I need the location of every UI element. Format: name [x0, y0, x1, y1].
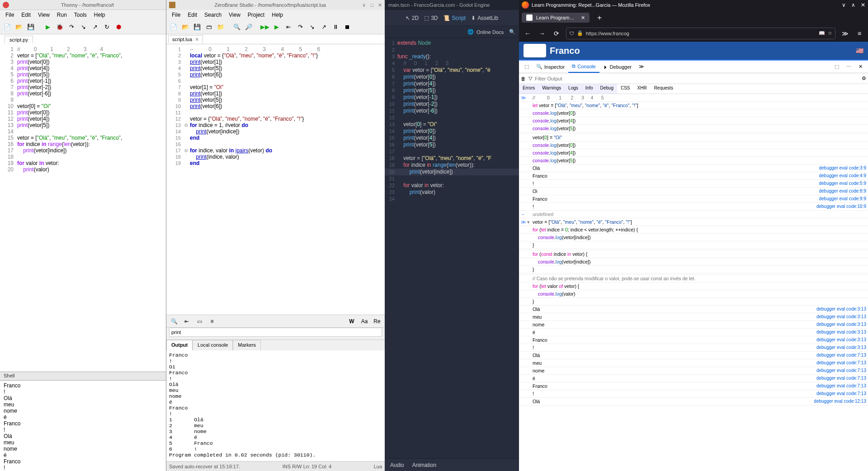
thonny-shell[interactable]: Franco ! Olá meu nome é Franco ! Olá meu… — [0, 381, 166, 471]
find-list-icon[interactable]: ≡ — [207, 316, 217, 326]
ff-page-content[interactable]: Franco 🇺🇸 — [519, 42, 868, 60]
menu-icon[interactable]: ≡ — [854, 30, 864, 37]
zb-editor[interactable]: 1-- 0 1 2 3 4 5 62local vetor = {"Olá", … — [166, 44, 385, 315]
run-icon[interactable]: ▶▶ — [259, 22, 270, 33]
close-tab-icon[interactable]: ✕ — [581, 15, 585, 21]
new-file-icon[interactable]: 📄 — [2, 22, 13, 33]
stop-icon[interactable]: ⬢ — [113, 22, 124, 33]
filter-input[interactable] — [535, 76, 859, 81]
settings-icon[interactable]: ⚙ — [862, 75, 866, 81]
shield-icon[interactable]: 🛡 — [569, 31, 574, 36]
menu-file[interactable]: File — [3, 11, 17, 19]
menu-tools[interactable]: Tools — [71, 11, 90, 19]
find-close-icon[interactable]: 🔍 — [169, 316, 179, 326]
find-prev-icon[interactable]: ⇤ — [182, 316, 192, 326]
menu-project[interactable]: Project — [245, 11, 267, 19]
mode-assetlib[interactable]: ⬇AssetLib — [471, 15, 498, 21]
step-out-icon[interactable]: ↗ — [90, 22, 100, 33]
responsive-icon[interactable]: ⬚ — [831, 61, 843, 72]
godot-editor[interactable]: 1extends Node23func _ready():4 # 0 1 2 3… — [385, 38, 519, 458]
cat-info[interactable]: Info — [582, 84, 597, 94]
bottom-audio[interactable]: Audio — [390, 462, 404, 468]
regex-button[interactable]: Re — [372, 316, 382, 326]
thonny-titlebar[interactable]: Thonny - /home/franco/t — [0, 0, 166, 10]
dt-close-icon[interactable]: ✕ — [855, 61, 866, 72]
tab-inspector[interactable]: 🔍 Inspector — [533, 61, 568, 72]
tab-debugger[interactable]: ⏵ Debugger — [599, 61, 635, 72]
open-file-icon[interactable]: 📂 — [14, 22, 24, 33]
debug-start-icon[interactable]: ⇤ — [283, 22, 294, 33]
godot-titlebar[interactable]: main.tscn - FrancoGarcia.com - Godot Eng… — [385, 0, 519, 10]
cat-xhr[interactable]: XHR — [634, 84, 651, 94]
clear-console-icon[interactable]: 🗑 — [521, 76, 526, 81]
forward-button[interactable]: → — [537, 30, 547, 37]
bottom-animation[interactable]: Animation — [412, 462, 436, 468]
menu-search[interactable]: Search — [202, 11, 224, 19]
project-icon[interactable]: 📁 — [215, 22, 226, 33]
flag-icon[interactable]: 🇺🇸 — [856, 47, 863, 54]
run-single-icon[interactable]: ▶ — [271, 22, 282, 33]
ff-tab[interactable]: Learn Programming: Repetitic ✕ — [522, 13, 590, 23]
find-icon[interactable]: 🔍 — [231, 22, 242, 33]
console-body[interactable]: ≫// 0 1 2 3 4 5let vetor = ["Olá", "meu"… — [519, 94, 868, 471]
dt-menu-icon[interactable]: ⋯ — [843, 61, 855, 72]
output-tab-local-console[interactable]: Local console — [193, 340, 233, 350]
mode-3d[interactable]: ⬚3D — [424, 15, 438, 21]
menu-run[interactable]: Run — [54, 11, 70, 19]
ff-urlbar[interactable]: 🛡 🔒 https://www.francog 📖 ☆ — [566, 28, 835, 39]
cat-debug[interactable]: Debug — [596, 84, 617, 94]
step-into-icon[interactable]: ↘ — [78, 22, 89, 33]
zb-titlebar[interactable]: ZeroBrane Studio - /home/franco/tmp/lua/… — [166, 0, 385, 10]
mode-script[interactable]: 📜Script — [443, 15, 466, 21]
menu-help[interactable]: Help — [269, 11, 286, 19]
find-marker-icon[interactable]: ▭ — [194, 316, 204, 326]
minimize-icon[interactable]: ∨ — [842, 2, 846, 8]
search-help-icon[interactable]: 🔍 — [509, 29, 515, 35]
thonny-editor[interactable]: 1# 0 1 2 3 42vetor = ["Olá", "meu", "nom… — [0, 44, 166, 372]
new-icon[interactable]: 📄 — [168, 22, 179, 33]
save-icon[interactable]: 💾 — [25, 22, 36, 33]
open-icon[interactable]: 📂 — [180, 22, 191, 33]
back-button[interactable]: ← — [523, 30, 533, 37]
menu-file[interactable]: File — [169, 11, 183, 19]
resume-icon[interactable]: ↻ — [101, 22, 112, 33]
close-icon[interactable]: ✕ — [861, 2, 865, 8]
break-icon[interactable]: ⏸ — [330, 22, 341, 33]
overflow-icon[interactable]: ≫ — [840, 30, 850, 37]
menu-edit[interactable]: Edit — [19, 11, 33, 19]
more-tabs-icon[interactable]: ≫ — [635, 61, 648, 72]
maximize-icon[interactable]: □ — [370, 2, 373, 8]
output-tab-markers[interactable]: Markers — [233, 340, 261, 350]
reader-icon[interactable]: 📖 — [819, 30, 825, 36]
ff-titlebar[interactable]: Learn Programming: Repet...Garcia — Mozi… — [519, 0, 868, 10]
debug-icon[interactable]: 🐞 — [54, 22, 65, 33]
menu-view[interactable]: View — [226, 11, 243, 19]
cat-css[interactable]: CSS — [617, 84, 634, 94]
reload-button[interactable]: ⟳ — [552, 30, 561, 37]
zb-output[interactable]: Franco ! Oi Franco ! Olá meu nome é Fran… — [166, 350, 385, 461]
zb-tab-script[interactable]: script.lua ✕ — [168, 35, 203, 43]
menu-view[interactable]: View — [35, 11, 52, 19]
inspect-icon[interactable]: ⬚ — [521, 61, 533, 72]
thonny-shell-header[interactable]: Shell — [0, 372, 166, 381]
cat-warnings[interactable]: Warnings — [538, 84, 565, 94]
run-icon[interactable]: ▶ — [42, 22, 53, 33]
stop-icon[interactable]: ⏹ — [342, 22, 353, 33]
tab-console[interactable]: ⧉ Console — [568, 61, 599, 73]
step-over-icon[interactable]: ↷ — [66, 22, 77, 33]
step-out-icon[interactable]: ↗ — [318, 22, 329, 33]
menu-edit[interactable]: Edit — [185, 11, 200, 19]
save-all-icon[interactable]: 🗃 — [203, 22, 214, 33]
cat-logs[interactable]: Logs — [565, 84, 582, 94]
step-into-icon[interactable]: ↘ — [307, 22, 317, 33]
online-docs-link[interactable]: Online Docs — [476, 29, 504, 35]
replace-icon[interactable]: 🔎 — [243, 22, 254, 33]
menu-help[interactable]: Help — [91, 11, 108, 19]
save-icon[interactable]: 💾 — [192, 22, 203, 33]
step-over-icon[interactable]: ↷ — [295, 22, 306, 33]
bookmark-icon[interactable]: ☆ — [828, 30, 832, 36]
output-tab-output[interactable]: Output — [166, 340, 193, 350]
new-tab-button[interactable]: ＋ — [592, 11, 607, 24]
whole-word-button[interactable]: W — [347, 316, 357, 326]
close-icon[interactable]: ✕ — [378, 2, 382, 8]
